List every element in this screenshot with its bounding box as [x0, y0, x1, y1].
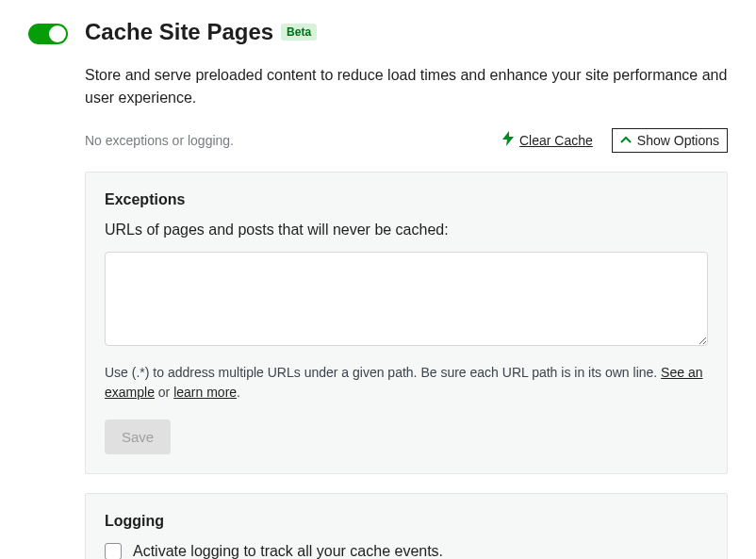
exceptions-title: Exceptions: [105, 191, 708, 208]
description-text: Store and serve preloaded content to red…: [85, 64, 728, 109]
bolt-icon: [502, 131, 514, 150]
exceptions-textarea[interactable]: [105, 252, 708, 346]
logging-checkbox-label: Activate logging to track all your cache…: [133, 543, 443, 559]
show-options-button[interactable]: Show Options: [612, 128, 728, 153]
logging-checkbox[interactable]: [105, 543, 122, 559]
clear-cache-label: Clear Cache: [519, 133, 593, 148]
chevron-up-icon: [620, 134, 632, 147]
status-text: No exceptions or logging.: [85, 133, 234, 148]
toggle-knob: [49, 25, 66, 42]
beta-badge: Beta: [281, 24, 317, 41]
hint-or: or: [155, 385, 173, 400]
logging-panel: Logging Activate logging to track all yo…: [85, 493, 728, 559]
exceptions-hint: Use (.*) to address multiple URLs under …: [105, 363, 708, 403]
page-title: Cache Site Pages: [85, 19, 273, 45]
logging-title: Logging: [105, 513, 708, 530]
save-button[interactable]: Save: [105, 419, 171, 454]
hint-text-pre: Use (.*) to address multiple URLs under …: [105, 365, 661, 380]
cache-toggle[interactable]: [28, 24, 68, 44]
clear-cache-link[interactable]: Clear Cache: [502, 131, 593, 150]
exceptions-panel: Exceptions URLs of pages and posts that …: [85, 172, 728, 474]
show-options-label: Show Options: [637, 133, 719, 148]
exceptions-label: URLs of pages and posts that will never …: [105, 222, 708, 238]
learn-more-link[interactable]: learn more: [173, 385, 237, 400]
hint-post: .: [237, 385, 240, 400]
